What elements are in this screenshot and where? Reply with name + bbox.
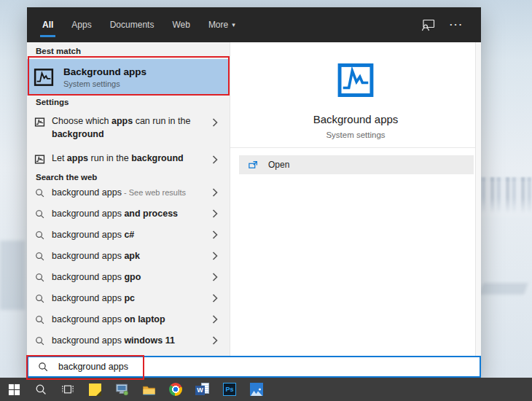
best-match-result[interactable]: Background apps System settings [27, 59, 230, 96]
start-button[interactable] [6, 381, 22, 397]
result-text: background apps windows 11 [52, 335, 212, 348]
best-match-header: Best match [36, 47, 230, 57]
result-text: Let apps run in the background [52, 152, 212, 166]
result-text: background apps on laptop [52, 314, 212, 327]
more-options-icon[interactable]: ··· [450, 21, 463, 28]
taskbar-search-icon[interactable] [33, 381, 49, 397]
settings-header: Settings [36, 98, 230, 108]
settings-result[interactable]: Let apps run in the background [27, 149, 230, 171]
scrollbar[interactable] [475, 42, 481, 356]
chevron-right-icon[interactable] [212, 187, 219, 200]
search-icon [34, 314, 46, 327]
preview-panel: Background apps System settings Open [230, 42, 481, 356]
app-chart-icon [34, 153, 46, 166]
results-panel: Best match Background apps System settin… [27, 42, 230, 356]
user-account-icon[interactable] [421, 19, 435, 31]
preview-subtitle: System settings [230, 131, 481, 139]
web-suggestions: background apps - See web resultsbackgro… [27, 183, 230, 352]
settings-results: Choose which apps can run in the backgro… [27, 112, 230, 171]
result-text: background apps apk [52, 250, 212, 263]
search-icon [34, 335, 46, 348]
tab-web[interactable]: Web [170, 7, 192, 42]
result-text: background apps gpo [52, 271, 212, 284]
result-text: Choose which apps can run in the backgro… [52, 115, 212, 141]
chevron-right-icon[interactable] [212, 117, 219, 130]
photos-icon[interactable] [249, 381, 265, 397]
web-suggestion[interactable]: background apps on laptop [27, 310, 230, 331]
search-icon [34, 293, 46, 305]
chevron-right-icon[interactable] [212, 154, 219, 167]
search-input[interactable] [57, 361, 480, 373]
chevron-right-icon[interactable] [212, 314, 219, 327]
word-icon[interactable]: W [195, 381, 211, 397]
best-match-subtitle: System settings [63, 79, 146, 88]
tab-more[interactable]: More▾ [206, 7, 238, 42]
search-icon [34, 187, 46, 200]
chrome-icon[interactable] [168, 381, 184, 397]
result-text: background apps and process [52, 208, 212, 221]
search-icon [34, 230, 46, 242]
web-suggestion[interactable]: background apps - See web results [27, 183, 230, 204]
background-apps-large-icon [335, 60, 376, 104]
preview-title: Background apps [230, 113, 481, 125]
file-explorer-icon[interactable] [141, 381, 157, 397]
search-results-area: Best match Background apps System settin… [27, 42, 481, 356]
sticky-notes-icon[interactable] [87, 381, 103, 397]
background-apps-icon [33, 66, 55, 88]
result-text: background apps - See web results [52, 187, 212, 200]
chevron-right-icon[interactable] [212, 250, 219, 263]
app-chart-icon [34, 116, 46, 128]
result-text: background apps c# [52, 229, 212, 242]
task-view-icon[interactable] [60, 381, 76, 397]
taskbar: W Ps [0, 378, 532, 401]
search-icon [34, 272, 46, 284]
divider [230, 147, 476, 148]
tab-all[interactable]: All [40, 7, 55, 42]
open-action[interactable]: Open [239, 155, 474, 174]
result-text: background apps pc [52, 292, 212, 305]
best-match-title: Background apps [63, 66, 146, 77]
settings-result[interactable]: Choose which apps can run in the backgro… [27, 112, 230, 145]
chevron-right-icon[interactable] [212, 208, 219, 221]
web-suggestion[interactable]: background apps apk [27, 246, 230, 268]
search-icon [38, 362, 49, 373]
desktop-building-image [0, 241, 25, 310]
this-pc-icon[interactable] [114, 381, 130, 397]
search-icon [34, 251, 46, 263]
open-label: Open [268, 160, 289, 170]
desktop-boat-image [479, 283, 528, 295]
web-suggestion[interactable]: background apps c# [27, 225, 230, 246]
chevron-right-icon[interactable] [212, 271, 219, 284]
search-flyout-window: AllAppsDocumentsWebMore▾ ··· Best match [27, 7, 481, 378]
desktop-skyline-image [475, 177, 532, 214]
chevron-right-icon[interactable] [212, 335, 219, 348]
search-web-header: Search the web [36, 173, 230, 183]
web-suggestion[interactable]: background apps pc [27, 289, 230, 310]
web-suggestion[interactable]: background apps and process [27, 204, 230, 225]
chevron-right-icon[interactable] [212, 229, 219, 242]
tab-documents[interactable]: Documents [108, 7, 157, 42]
chevron-right-icon[interactable] [212, 292, 219, 305]
tab-apps[interactable]: Apps [69, 7, 93, 42]
search-filter-bar: AllAppsDocumentsWebMore▾ ··· [27, 7, 481, 42]
web-suggestion[interactable]: background apps gpo [27, 268, 230, 289]
open-icon [248, 160, 259, 171]
search-icon [34, 209, 46, 221]
search-bar [27, 356, 481, 378]
dropdown-caret-icon: ▾ [232, 21, 235, 28]
web-suggestion[interactable]: background apps windows 11 [27, 331, 230, 352]
filter-tabs: AllAppsDocumentsWebMore▾ [40, 7, 238, 42]
photoshop-icon[interactable]: Ps [222, 381, 238, 397]
